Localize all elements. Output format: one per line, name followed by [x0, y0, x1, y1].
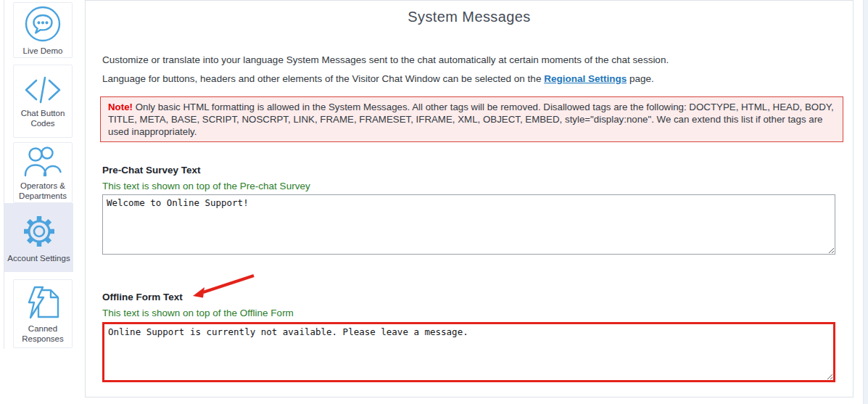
intro-paragraph-2: Language for buttons, headers and other …: [102, 73, 654, 84]
offline-form-text-label: Offline Form Text: [102, 292, 183, 302]
lightning-document-icon: [22, 284, 63, 321]
chat-bubble-icon: [24, 5, 62, 43]
intro-paragraph-2-before: Language for buttons, headers and other …: [102, 73, 544, 84]
note-label: Note!: [108, 102, 133, 112]
gear-icon: [20, 213, 58, 250]
sidebar-item-label: Chat Button Codes: [14, 108, 72, 128]
regional-settings-link[interactable]: Regional Settings: [544, 73, 627, 84]
sidebar-item-chat-button-codes[interactable]: Chat Button Codes: [13, 65, 73, 138]
sidebar-item-label: Canned Responses: [14, 323, 72, 344]
intro-paragraph-1: Customize or translate into your languag…: [102, 54, 669, 65]
sidebar: Live Demo Chat Button Codes Operators & …: [4, 0, 73, 349]
note-text: Only basic HTML formatting is allowed in…: [108, 102, 834, 137]
red-annotation-arrow: [186, 271, 261, 302]
sidebar-item-account-settings[interactable]: Account Settings: [4, 203, 73, 272]
page-title: System Messages: [86, 9, 853, 25]
sidebar-item-label: Account Settings: [6, 253, 71, 263]
code-icon: [22, 75, 63, 105]
intro-paragraph-2-after: page.: [627, 73, 654, 84]
offline-form-help-text: This text is shown on top of the Offline…: [102, 308, 294, 318]
pre-chat-survey-text-label: Pre-Chat Survey Text: [102, 165, 201, 176]
system-messages-panel: System Messages Customize or translate i…: [85, 0, 853, 397]
note-box: Note! Only basic HTML formatting is allo…: [100, 96, 843, 142]
users-icon: [22, 144, 63, 178]
page-scrollbar[interactable]: [863, 0, 868, 404]
pre-chat-survey-textarea[interactable]: Welcome to Online Support!: [102, 194, 835, 255]
pre-chat-survey-help-text: This text is shown on top of the Pre-cha…: [102, 181, 310, 191]
sidebar-item-live-demo[interactable]: Live Demo: [13, 2, 73, 58]
sidebar-item-label: Live Demo: [22, 46, 65, 56]
sidebar-item-operators-departments[interactable]: Operators & Departments: [13, 142, 73, 203]
sidebar-item-canned-responses[interactable]: Canned Responses: [13, 279, 73, 348]
offline-form-textarea[interactable]: Online Support is currently not availabl…: [102, 322, 835, 382]
sidebar-item-label: Operators & Departments: [14, 181, 72, 201]
